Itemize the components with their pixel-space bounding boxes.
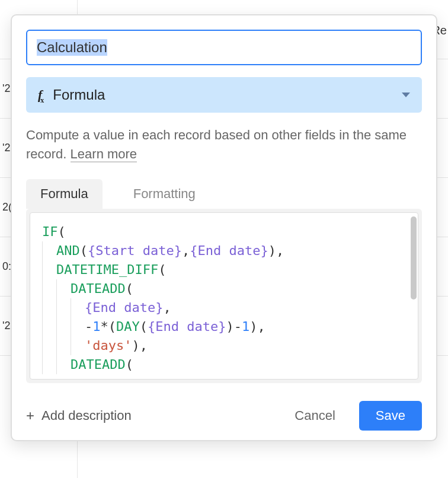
code-line: DATEADD( (42, 279, 411, 298)
field-type-description: Compute a value in each record based on … (26, 126, 422, 164)
formula-icon: fx (38, 87, 43, 103)
add-description-button[interactable]: + Add description (26, 407, 271, 424)
field-name-input[interactable] (26, 30, 422, 65)
add-description-label: Add description (41, 408, 132, 423)
dialog-footer: + Add description Cancel Save (26, 395, 422, 431)
field-config-dialog: fx Formula Compute a value in each recor… (11, 14, 437, 441)
code-line: -1*(DAY({End date})-1), (42, 317, 411, 336)
code-line: IF( (42, 222, 411, 241)
tab-formatting[interactable]: Formatting (119, 179, 210, 209)
formula-editor-container: IF(AND({Start date},{End date}),DATETIME… (26, 209, 422, 383)
code-line: DATEADD( (42, 355, 411, 374)
chevron-down-icon (402, 93, 410, 97)
formula-editor[interactable]: IF(AND({Start date},{End date}),DATETIME… (30, 212, 418, 380)
editor-scrollbar[interactable] (411, 216, 417, 299)
cancel-button[interactable]: Cancel (280, 401, 349, 431)
plus-icon: + (26, 407, 34, 424)
field-type-selector[interactable]: fx Formula (26, 77, 422, 113)
code-line: AND({Start date},{End date}), (42, 241, 411, 260)
code-line: 'days'), (42, 336, 411, 355)
code-line: {End date}, (42, 298, 411, 317)
learn-more-link[interactable]: Learn more (71, 146, 137, 162)
code-line: DATETIME_DIFF( (42, 260, 411, 279)
config-tabs: Formula Formatting (26, 179, 422, 209)
field-type-label: Formula (53, 87, 392, 103)
tab-formula[interactable]: Formula (26, 179, 103, 209)
save-button[interactable]: Save (359, 401, 422, 431)
